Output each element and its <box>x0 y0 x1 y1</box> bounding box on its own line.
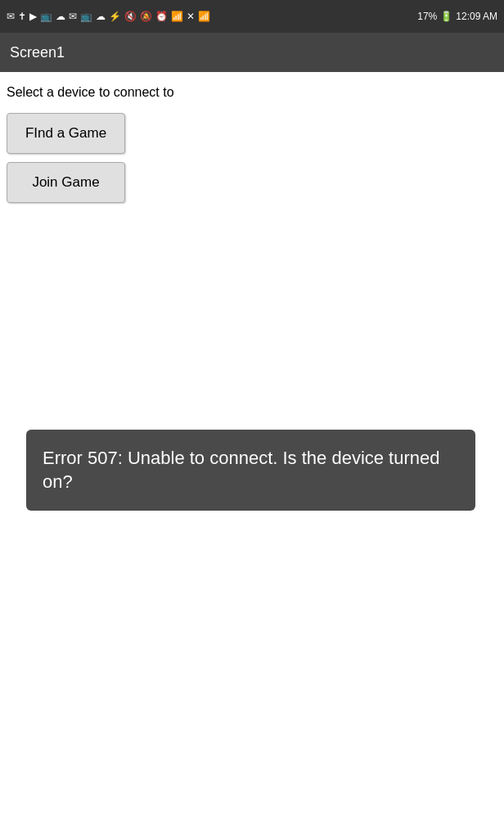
error-toast: Error 507: Unable to connect. Is the dev… <box>26 430 475 511</box>
signal-icon: 📶 <box>198 11 210 22</box>
volume-off-icon: 🔕 <box>140 11 152 22</box>
bible-icon: ✝ <box>18 11 26 22</box>
gmail2-icon: ✉ <box>69 11 77 22</box>
twitch2-icon: 📺 <box>80 11 92 22</box>
screen-title: Screen1 <box>10 44 65 61</box>
alarm-icon: ⏰ <box>155 11 168 22</box>
youtube-icon: ▶ <box>29 11 37 22</box>
page-subtitle: Select a device to connect to <box>7 85 497 100</box>
status-bar-left: ✉ ✝ ▶ 📺 ☁ ✉ 📺 ☁ ⚡ 🔇 🔕 ⏰ 📶 ✕ 📶 <box>7 11 210 22</box>
twitch-icon: 📺 <box>40 11 52 22</box>
wifi-icon: 📶 <box>171 11 183 22</box>
main-content: Select a device to connect to FInd a Gam… <box>0 72 504 224</box>
gmail-icon: ✉ <box>7 11 15 22</box>
time-display: 12:09 AM <box>456 11 497 22</box>
mute-icon: 🔇 <box>124 11 137 22</box>
join-game-button[interactable]: Join Game <box>7 162 125 203</box>
error-message: Error 507: Unable to connect. Is the dev… <box>43 448 440 493</box>
battery-percent: 17% <box>417 11 437 22</box>
cloud2-icon: ☁ <box>96 11 106 22</box>
title-bar: Screen1 <box>0 33 504 72</box>
bluetooth-icon: ⚡ <box>109 11 121 22</box>
battery-icon: 🔋 <box>440 11 452 22</box>
cloud-icon: ☁ <box>56 11 65 22</box>
status-bar-right: 17% 🔋 12:09 AM <box>417 11 497 22</box>
signal-off-icon: ✕ <box>187 11 195 22</box>
find-game-button[interactable]: FInd a Game <box>7 113 125 154</box>
status-bar: ✉ ✝ ▶ 📺 ☁ ✉ 📺 ☁ ⚡ 🔇 🔕 ⏰ 📶 ✕ 📶 17% 🔋 12:0… <box>0 0 504 33</box>
